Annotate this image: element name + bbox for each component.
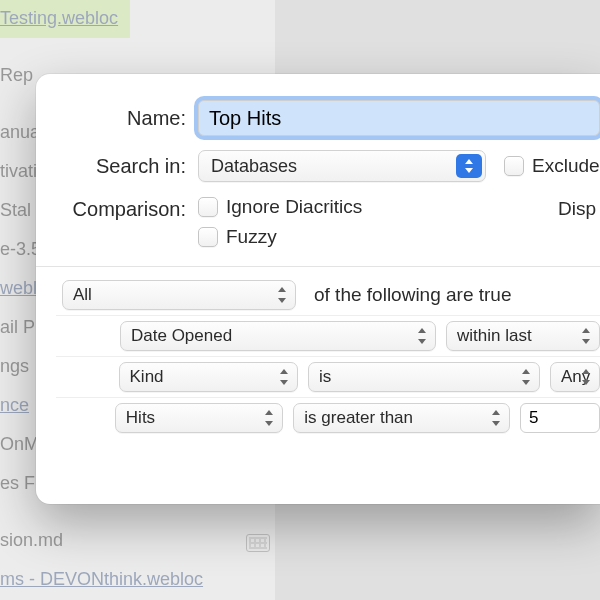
clause-label: of the following are true xyxy=(314,284,512,306)
updown-icon xyxy=(581,328,591,344)
rule-row: Hits is greater than xyxy=(56,398,600,438)
bg-file-item: Testing.webloc xyxy=(0,0,130,38)
rule-editor: All of the following are true Date Opene… xyxy=(56,275,600,438)
updown-icon xyxy=(521,369,531,385)
rule-field-popup[interactable]: Hits xyxy=(115,403,284,433)
comparison-label: Comparison: xyxy=(56,196,198,221)
updown-icon xyxy=(279,369,289,385)
rule-value-input[interactable] xyxy=(520,403,600,433)
exclude-checkbox[interactable]: Exclude xyxy=(504,155,600,177)
bg-file-item: sion.md xyxy=(0,521,275,560)
keyboard-icon xyxy=(246,534,270,552)
exclude-label: Exclude xyxy=(532,155,600,177)
ignore-diacritics-label: Ignore Diacritics xyxy=(226,196,362,218)
display-label: Disp xyxy=(558,196,600,220)
fuzzy-checkbox[interactable]: Fuzzy xyxy=(198,226,277,248)
updown-icon xyxy=(277,287,287,303)
scope-popup[interactable]: All xyxy=(62,280,296,310)
scope-row: All of the following are true xyxy=(56,275,600,316)
rule-op-popup[interactable]: within last xyxy=(446,321,600,351)
search-in-value: Databases xyxy=(211,156,297,177)
search-in-popup[interactable]: Databases xyxy=(198,150,486,182)
scope-value: All xyxy=(73,285,92,305)
fuzzy-label: Fuzzy xyxy=(226,226,277,248)
updown-icon xyxy=(491,410,501,426)
rule-op-popup[interactable]: is greater than xyxy=(293,403,510,433)
updown-icon xyxy=(581,369,591,385)
bg-file-item: ms - DEVONthink.webloc xyxy=(0,560,275,599)
checkbox-box-icon xyxy=(198,197,218,217)
name-label: Name: xyxy=(56,107,198,130)
checkbox-box-icon xyxy=(198,227,218,247)
checkbox-box-icon xyxy=(504,156,524,176)
rule-row: Date Opened within last xyxy=(56,316,600,357)
search-in-label: Search in: xyxy=(56,155,198,178)
updown-icon xyxy=(456,154,482,178)
rule-row: Kind is Any xyxy=(56,357,600,398)
name-input[interactable] xyxy=(198,100,600,136)
updown-icon xyxy=(264,410,274,426)
smart-group-dialog: Name: Search in: Databases Exclude Compa… xyxy=(36,74,600,504)
rule-field-popup[interactable]: Kind xyxy=(119,362,299,392)
ignore-diacritics-checkbox[interactable]: Ignore Diacritics xyxy=(198,196,362,218)
rule-op-popup[interactable]: is xyxy=(308,362,540,392)
updown-icon xyxy=(417,328,427,344)
rule-field-popup[interactable]: Date Opened xyxy=(120,321,436,351)
rule-value-popup[interactable]: Any xyxy=(550,362,600,392)
